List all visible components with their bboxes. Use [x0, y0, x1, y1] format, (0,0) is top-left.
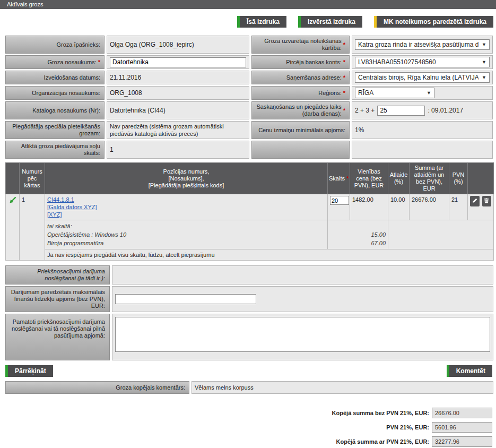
print-buttons-row: Īsā izdruka Izvērstā izdruka MK noteikum… [0, 16, 493, 28]
chevron-down-icon: ▼ [427, 90, 431, 96]
header-order-number: Numurs pēc kārtas [20, 163, 45, 194]
cart-comment-value: Vēlams melns korpuss [192, 381, 493, 394]
spec-line: Biroja programmatūra [47, 239, 325, 247]
bank-account-label: Pircēja bankas konts:* [251, 55, 350, 69]
chevron-down-icon: ▼ [482, 42, 486, 47]
cart-comment-label: Groza kopējais komentārs: [5, 381, 189, 394]
cart-name-input[interactable] [110, 57, 246, 67]
actions-cell [468, 194, 494, 220]
total-value: 32277.96 [432, 436, 492, 447]
discount-cell: 10.00 [388, 194, 410, 220]
empty-value-cell [352, 141, 493, 159]
postponed-steps-value: 1 [107, 141, 249, 159]
delivery-time-label: Saskaņošanas un piegādes laiks (darba di… [251, 101, 350, 119]
cart-name-cell [107, 55, 249, 69]
required-mark: * [343, 41, 345, 48]
cart-name-label: Groza nosaukums:* [5, 55, 105, 69]
chevron-down-icon: ▼ [482, 59, 486, 65]
cart-items-table: Numurs pēc kārtas Pozīcijas numurs, [Nos… [5, 162, 494, 261]
max-funds-cell [112, 286, 493, 312]
edit-button[interactable] [470, 196, 480, 206]
position-number-link[interactable]: CI44.1.8.1 [47, 196, 325, 203]
required-mark: * [346, 175, 349, 182]
max-funds-label: Darījumam paredzētais maksimālais finanš… [5, 286, 110, 312]
mk-print-button[interactable]: MK noteikumos paredzētā izdruka [374, 16, 493, 28]
bank-account-cell: LV83HABA0551027548560 ▼ [352, 55, 493, 69]
header-row-icon-col [6, 163, 20, 194]
preconditions-section: Priekšnosacījumi darījuma noslēgšanai (j… [5, 265, 493, 360]
owner-label: Groza īpašnieks: [5, 36, 105, 54]
winner-rule-cell: Katra groza rinda ir atsevišķa pasūtījum… [352, 36, 493, 54]
item-spec-row: tai skaitā: Operētājsistēma : Windows 10… [6, 220, 494, 249]
header-vat: PVN (%) [449, 163, 468, 194]
delivery-days-input[interactable] [377, 106, 425, 116]
cart-comment-row: Groza kopējais komentārs: Vēlams melns k… [5, 381, 493, 394]
delivery-time-prefix: 2 + 3 + [355, 107, 375, 114]
header-discount: Atlaide (%) [388, 163, 410, 194]
required-mark: * [343, 107, 345, 114]
catalog-name-value: Datortehnika (CI44) [107, 101, 249, 119]
item-note-cell: Ja nav iespējams piegādāt visu skaitu, l… [45, 249, 494, 261]
winner-rule-label: Groza uzvarētāja noteikšanas kārtība:* [251, 36, 350, 54]
empty-label-cell [251, 141, 350, 159]
mid-buttons-row: Pārrēķināt Komentēt [5, 365, 492, 377]
required-mark: * [343, 90, 345, 97]
required-mark: * [343, 74, 345, 81]
sum-cell: 26676.00 [410, 194, 449, 220]
price-change-min-label: Cenu izmaiņu minimālais apjoms: [251, 121, 350, 139]
justified-textarea[interactable] [115, 317, 490, 352]
row-marker-cell [6, 194, 20, 261]
total-value: 26676.00 [432, 408, 492, 418]
winner-rule-select[interactable]: Katra groza rinda ir atsevišķa pasūtījum… [355, 39, 490, 50]
recalculate-button[interactable]: Pārrēķināt [5, 365, 53, 377]
position-cell: CI44.1.8.1 [Galda dators XYZ] [XYZ] [45, 194, 328, 220]
total-row: PVN 21%, EUR: 5601.96 [0, 422, 496, 433]
owner-value: Olga Oga (ORG_1008_iepirc) [107, 36, 249, 54]
item-note-row: Ja nav iespējams piegādāt visu skaitu, l… [6, 249, 494, 261]
delivery-time-cell: 2 + 3 + : 09.01.2017 [352, 101, 493, 119]
green-arrow-icon[interactable] [8, 199, 17, 205]
total-row: Kopējā summa bez PVN 21%, EUR: 26676.00 [0, 408, 496, 418]
totals-section: Kopējā summa bez PVN 21%, EUR: 26676.00 … [0, 408, 496, 448]
supplier-code-link[interactable]: [XYZ] [47, 211, 325, 218]
created-date-label: Izveidošanas datums: [5, 71, 105, 84]
total-value: 5601.96 [432, 422, 492, 433]
region-select[interactable]: RĪGA ▼ [355, 88, 434, 98]
max-funds-input[interactable] [115, 294, 256, 304]
comment-button[interactable]: Komentēt [447, 365, 492, 377]
total-row: Kopējā summa ar PVN 21%, EUR: 32277.96 [0, 436, 496, 447]
delivery-address-cell: Centrālais birojs, Rīga Kalnu iela (LATV… [352, 71, 493, 84]
spec-text-cell: tai skaitā: Operētājsistēma : Windows 10… [45, 220, 328, 249]
header-quantity: Skaits* [328, 163, 350, 194]
spec-empty-cell [388, 220, 494, 249]
spec-line: Operētājsistēma : Windows 10 [47, 230, 325, 239]
region-cell: RĪGA ▼ [352, 86, 493, 100]
catalog-name-label: Kataloga nosaukums (Nr): [5, 101, 105, 119]
delivery-time-date: : 09.01.2017 [428, 107, 463, 114]
org-name-label: Organizācijas nosaukums: [5, 86, 105, 100]
bank-account-select[interactable]: LV83HABA0551027548560 ▼ [355, 57, 490, 67]
org-name-value: ORG_1008 [107, 86, 249, 100]
delete-button[interactable] [482, 196, 492, 206]
cart-form: Groza īpašnieks: Olga Oga (ORG_1008_iepi… [5, 36, 493, 159]
pencil-icon [472, 197, 478, 205]
spec-values-cell: 15.00 67.00 [328, 220, 388, 249]
header-sum: Summa (ar atlaidēm un bez PVN), EUR [410, 163, 449, 194]
extended-print-button[interactable]: Izvērstā izdruka [298, 16, 362, 28]
created-date-value: 21.11.2016 [107, 71, 249, 84]
order-number-cell: 1 [20, 194, 45, 261]
delivery-address-select[interactable]: Centrālais birojs, Rīga Kalnu iela (LATV… [355, 72, 490, 83]
delivery-address-label: Saņemšanas adrese:* [251, 71, 350, 84]
header-position: Pozīcijas numurs, [Nosaukums], [Piegādāt… [45, 163, 328, 194]
region-label: Reģions:* [251, 86, 350, 100]
item-name-link[interactable]: [Galda dators XYZ] [47, 203, 325, 211]
quantity-cell [328, 194, 350, 220]
page-title: Aktīvais grozs [0, 0, 496, 9]
short-print-button[interactable]: Īsā izdruka [237, 16, 286, 28]
header-actions-col [468, 163, 494, 194]
required-mark: * [343, 59, 345, 66]
postponed-steps-label: Atliktā groza piedāvājuma soļu skaits: [5, 141, 105, 159]
conditions-label: Priekšnosacījumi darījuma noslēgšanai (j… [5, 265, 110, 285]
justified-cell [112, 314, 493, 360]
quantity-input[interactable] [330, 196, 349, 205]
